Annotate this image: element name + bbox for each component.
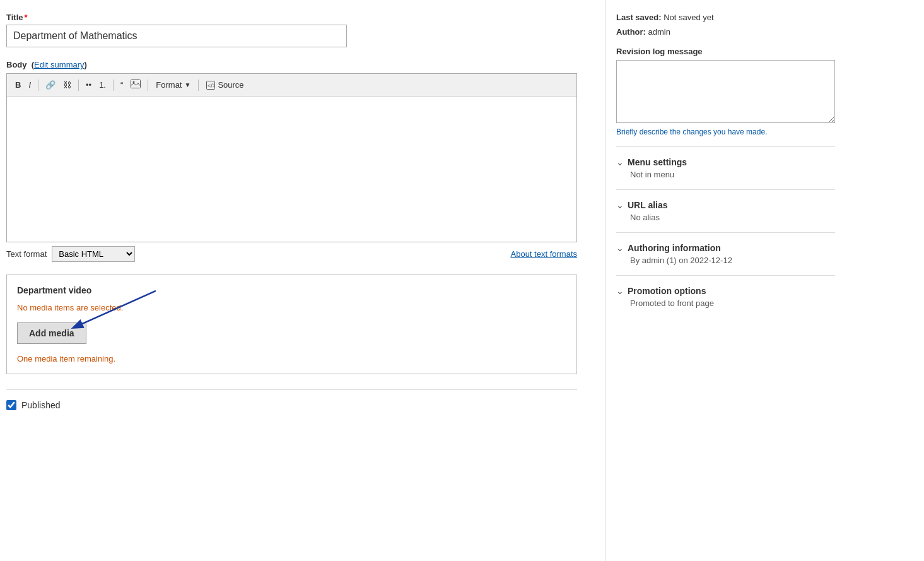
no-media-text: No media items are selected. [17, 303, 566, 312]
last-saved-row: Last saved: Not saved yet [616, 13, 835, 22]
authoring-section: ⌄ Authoring information By admin (1) on … [616, 243, 835, 265]
italic-button[interactable]: I [25, 78, 34, 92]
svg-point-1 [133, 81, 135, 83]
source-label: Source [218, 80, 243, 90]
published-checkbox[interactable] [6, 400, 16, 410]
editor-toolbar: B I 🔗 ⛓ •• 1. “ F [7, 74, 576, 97]
promotion-title: Promotion options [628, 286, 706, 296]
toolbar-divider-3 [113, 80, 114, 91]
text-format-row: Text format Basic HTML Restricted HTML F… [6, 246, 577, 262]
revision-log-textarea[interactable] [616, 60, 835, 123]
dept-video-section: Department video No media items are sele… [6, 275, 577, 374]
promotion-value: Promoted to front page [616, 298, 835, 308]
format-caret-icon: ▼ [184, 81, 190, 88]
svg-text:</>: </> [208, 83, 215, 89]
promotion-caret-icon: ⌄ [616, 286, 624, 296]
authoring-header[interactable]: ⌄ Authoring information [616, 243, 835, 253]
bold-button[interactable]: B [12, 78, 24, 92]
text-format-label: Text format [6, 249, 47, 259]
title-label-text: Title [6, 13, 23, 22]
editor-wrapper: B I 🔗 ⛓ •• 1. “ F [6, 73, 577, 242]
page-divider [6, 389, 577, 390]
sidebar-divider-2 [616, 189, 835, 190]
menu-settings-title: Menu settings [628, 157, 687, 167]
about-text-formats-link[interactable]: About text formats [511, 249, 578, 259]
menu-settings-value: Not in menu [616, 170, 835, 179]
image-button[interactable] [127, 78, 144, 92]
url-alias-section: ⌄ URL alias No alias [616, 200, 835, 222]
promotion-section: ⌄ Promotion options Promoted to front pa… [616, 286, 835, 308]
unlink-button[interactable]: ⛓ [60, 78, 74, 92]
sidebar-divider-4 [616, 275, 835, 276]
edit-summary-link[interactable]: Edit summary [34, 60, 84, 69]
sidebar-divider-1 [616, 146, 835, 147]
last-saved-value: Not saved yet [664, 13, 714, 22]
editor-body[interactable] [7, 97, 576, 242]
revision-log-section: Revision log message Briefly describe th… [616, 47, 835, 136]
format-label: Format [156, 80, 182, 90]
url-alias-value: No alias [616, 213, 835, 222]
ul-button[interactable]: •• [83, 78, 95, 92]
body-field-wrapper: Body (Edit summary) B I 🔗 ⛓ •• 1. “ [6, 60, 593, 262]
toolbar-divider-1 [38, 80, 38, 91]
format-dropdown-button[interactable]: Format ▼ [152, 78, 194, 92]
promotion-header[interactable]: ⌄ Promotion options [616, 286, 835, 296]
text-format-left: Text format Basic HTML Restricted HTML F… [6, 246, 135, 262]
text-format-select[interactable]: Basic HTML Restricted HTML Full HTML Pla… [52, 246, 135, 262]
menu-settings-header[interactable]: ⌄ Menu settings [616, 157, 835, 167]
published-label[interactable]: Published [21, 400, 61, 410]
toolbar-divider-5 [198, 80, 199, 91]
published-row: Published [6, 400, 593, 410]
menu-settings-section: ⌄ Menu settings Not in menu [616, 157, 835, 179]
add-media-wrapper: Add media [17, 322, 86, 344]
blockquote-button[interactable]: “ [117, 78, 126, 92]
author-row: Author: admin [616, 27, 835, 37]
revision-log-label: Revision log message [616, 47, 835, 56]
required-indicator: * [25, 13, 28, 22]
revision-log-hint: Briefly describe the changes you have ma… [616, 127, 835, 136]
authoring-title: Authoring information [628, 243, 721, 253]
body-label-text: Body [6, 60, 27, 69]
one-media-remaining: One media item remaining. [17, 354, 566, 363]
authoring-value: By admin (1) on 2022-12-12 [616, 256, 835, 265]
author-label: Author: [616, 27, 646, 37]
author-value: admin [648, 27, 670, 37]
toolbar-divider-2 [78, 80, 79, 91]
sidebar-divider-3 [616, 232, 835, 233]
url-alias-caret-icon: ⌄ [616, 200, 624, 210]
menu-settings-caret-icon: ⌄ [616, 157, 624, 167]
title-field-wrapper: Title* [6, 13, 593, 47]
link-button[interactable]: 🔗 [42, 78, 59, 92]
sidebar: Last saved: Not saved yet Author: admin … [605, 0, 845, 561]
body-label: Body (Edit summary) [6, 60, 593, 69]
authoring-caret-icon: ⌄ [616, 243, 624, 253]
url-alias-header[interactable]: ⌄ URL alias [616, 200, 835, 210]
url-alias-title: URL alias [628, 200, 668, 210]
dept-video-title: Department video [17, 285, 566, 295]
title-input[interactable] [6, 25, 347, 47]
last-saved-label: Last saved: [616, 13, 662, 22]
toolbar-divider-4 [148, 80, 148, 91]
add-media-button[interactable]: Add media [17, 322, 86, 344]
source-button[interactable]: </> Source [202, 78, 247, 92]
title-label: Title* [6, 13, 593, 22]
ol-button[interactable]: 1. [96, 78, 109, 92]
